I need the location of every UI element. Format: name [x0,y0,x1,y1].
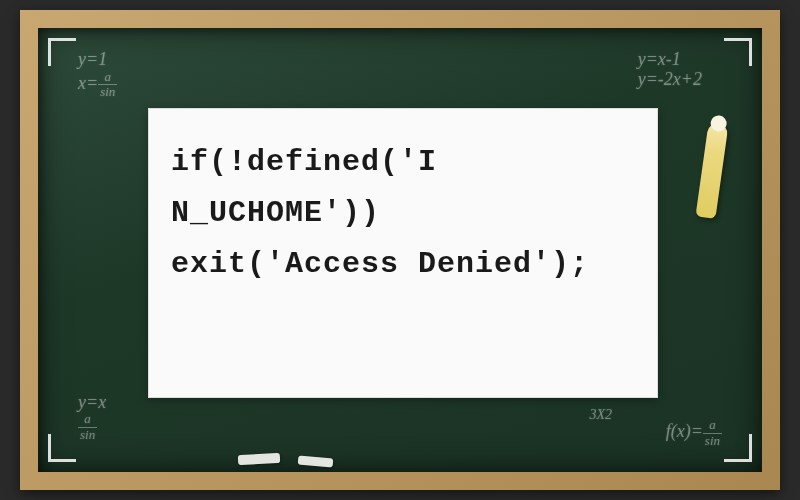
math-decoration-br2: 3X2 [589,407,612,422]
deco-text: y=-2x+2 [638,70,702,90]
math-decoration-bl: y=x asin [78,393,106,442]
corner-bracket-bl [48,434,76,462]
chalk-piece [298,455,334,467]
deco-text: x=asin [78,70,117,100]
corner-bracket-br [724,434,752,462]
code-line: N_UCHOME')) [171,188,635,239]
paper-note: if(!defined('I N_UCHOME')) exit('Access … [148,108,658,398]
chalk-stick [695,122,728,219]
math-decoration-tr: y=x-1 y=-2x+2 [638,50,702,90]
deco-text: 3X2 [589,407,612,422]
chalk-tip [710,114,728,132]
chalkboard-frame: y=1 x=asin y=x-1 y=-2x+2 y=x asin 3X2 f(… [20,10,780,490]
deco-text: f(x)=asin [666,418,722,448]
deco-text: y=x-1 [638,50,702,70]
code-line: exit('Access Denied'); [171,239,635,290]
corner-bracket-tl [48,38,76,66]
deco-text: y=x [78,393,106,413]
code-line: if(!defined('I [171,137,635,188]
deco-text: asin [78,412,106,442]
chalkboard: y=1 x=asin y=x-1 y=-2x+2 y=x asin 3X2 f(… [38,28,762,472]
corner-bracket-tr [724,38,752,66]
math-decoration-br: f(x)=asin [666,418,722,448]
deco-text: y=1 [78,50,117,70]
chalk-piece [238,453,280,465]
math-decoration-tl: y=1 x=asin [78,50,117,99]
